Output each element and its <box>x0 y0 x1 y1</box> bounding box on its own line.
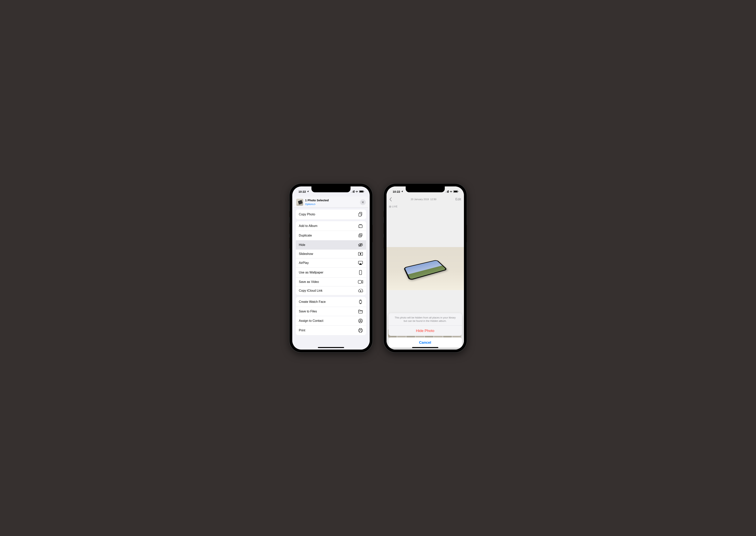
share-title: 1 Photo Selected <box>305 199 360 202</box>
cancel-button[interactable]: Cancel <box>389 337 462 348</box>
location-icon <box>401 190 403 193</box>
action-label: AirPlay <box>299 261 309 265</box>
battery-icon <box>453 190 458 193</box>
location-icon <box>307 190 309 193</box>
share-sheet: 1 Photo Selected Options Copy Photo Add … <box>294 197 368 350</box>
svg-rect-25 <box>446 191 447 193</box>
action-label: Duplicate <box>299 234 312 237</box>
action-use-as-wallpaper[interactable]: Use as Wallpaper <box>296 268 366 278</box>
wifi-icon <box>355 190 358 193</box>
svg-rect-0 <box>351 192 352 193</box>
back-button[interactable] <box>389 197 392 201</box>
share-header: 1 Photo Selected Options <box>294 197 368 208</box>
video-icon <box>358 280 363 284</box>
hide-photo-button[interactable]: Hide Photo <box>389 326 462 336</box>
action-label: Save as Video <box>299 280 319 284</box>
sheet-message: This photo will be hidden from all place… <box>389 313 462 326</box>
nav-bar: 20 January 2019 12:50 Edit <box>387 195 464 204</box>
svg-rect-3 <box>354 190 355 193</box>
svg-rect-29 <box>454 191 457 192</box>
action-slideshow[interactable]: Slideshow <box>296 250 366 258</box>
live-icon <box>389 205 392 208</box>
battery-icon <box>359 190 364 193</box>
chevron-left-icon <box>389 197 392 201</box>
action-sheet: This photo will be hidden from all place… <box>389 313 462 348</box>
print-icon <box>358 328 363 333</box>
home-indicator[interactable] <box>318 347 344 348</box>
action-label: Create Watch Face <box>299 300 326 304</box>
phone-left: 10:22 1 Photo Selected Options <box>290 184 372 352</box>
docs-icon <box>358 212 363 217</box>
close-icon <box>362 201 364 204</box>
svg-rect-16 <box>359 270 362 275</box>
svg-rect-24 <box>445 192 446 193</box>
action-label: Add to Album <box>299 224 318 228</box>
wallpaper-icon <box>358 270 363 275</box>
action-label: Slideshow <box>299 252 313 256</box>
contact-icon <box>358 319 363 323</box>
photo-thumbnail[interactable] <box>296 199 303 206</box>
svg-rect-1 <box>352 191 353 193</box>
folder-icon <box>358 310 363 314</box>
svg-rect-18 <box>359 300 362 303</box>
svg-rect-26 <box>447 191 448 193</box>
action-hide[interactable]: Hide <box>296 240 366 250</box>
edit-button[interactable]: Edit <box>455 197 461 201</box>
phone-right: 10:22 20 January 2019 12:50 Edit <box>384 184 467 352</box>
hide-icon <box>358 243 363 247</box>
svg-rect-8 <box>359 213 361 217</box>
svg-point-20 <box>360 320 361 321</box>
action-add-to-album[interactable]: Add to Album <box>296 221 366 231</box>
live-badge: LIVE <box>389 205 398 208</box>
action-print[interactable]: Print <box>296 326 366 335</box>
action-label: Copy Photo <box>299 213 315 216</box>
action-copy-photo[interactable]: Copy Photo <box>296 210 366 219</box>
album-icon <box>358 224 363 228</box>
action-group-1: Copy Photo <box>296 210 366 219</box>
action-save-as-video[interactable]: Save as Video <box>296 278 366 286</box>
status-time: 10:22 <box>299 190 306 193</box>
action-assign-to-contact[interactable]: Assign to Contact <box>296 316 366 326</box>
svg-rect-23 <box>359 331 362 332</box>
photo-preview[interactable] <box>387 247 464 290</box>
action-group-3: Create Watch FaceSave to FilesAssign to … <box>296 297 366 335</box>
home-indicator[interactable] <box>412 347 438 348</box>
airplay-icon <box>358 261 363 265</box>
action-label: Assign to Contact <box>299 319 323 322</box>
close-button[interactable] <box>360 199 366 205</box>
action-label: Print <box>299 329 305 332</box>
svg-rect-5 <box>360 191 363 192</box>
watch-icon <box>358 299 363 304</box>
action-label: Copy iCloud Link <box>299 289 323 292</box>
signal-icon <box>445 190 449 193</box>
svg-rect-6 <box>363 191 364 192</box>
action-save-to-files[interactable]: Save to Files <box>296 307 366 316</box>
action-duplicate[interactable]: Duplicate <box>296 231 366 240</box>
action-copy-icloud-link[interactable]: Copy iCloud Link <box>296 286 366 295</box>
svg-rect-17 <box>358 280 362 284</box>
action-airplay[interactable]: AirPlay <box>296 258 366 268</box>
cloudlink-icon <box>358 289 363 292</box>
wifi-icon <box>450 190 453 193</box>
duplicate-icon <box>358 233 363 238</box>
svg-rect-27 <box>448 190 449 193</box>
nav-title: 20 January 2019 12:50 <box>411 198 436 201</box>
action-label: Save to Files <box>299 310 317 313</box>
play-icon <box>358 252 363 256</box>
action-create-watch-face[interactable]: Create Watch Face <box>296 297 366 307</box>
action-group-2: Add to AlbumDuplicateHideSlideshowAirPla… <box>296 221 366 295</box>
svg-point-33 <box>390 206 390 207</box>
status-time: 10:22 <box>393 190 400 193</box>
share-options-button[interactable]: Options <box>305 203 316 206</box>
svg-rect-30 <box>458 191 458 192</box>
signal-icon <box>351 190 355 193</box>
action-label: Hide <box>299 243 305 247</box>
action-label: Use as Wallpaper <box>299 271 324 274</box>
svg-rect-2 <box>353 191 354 193</box>
